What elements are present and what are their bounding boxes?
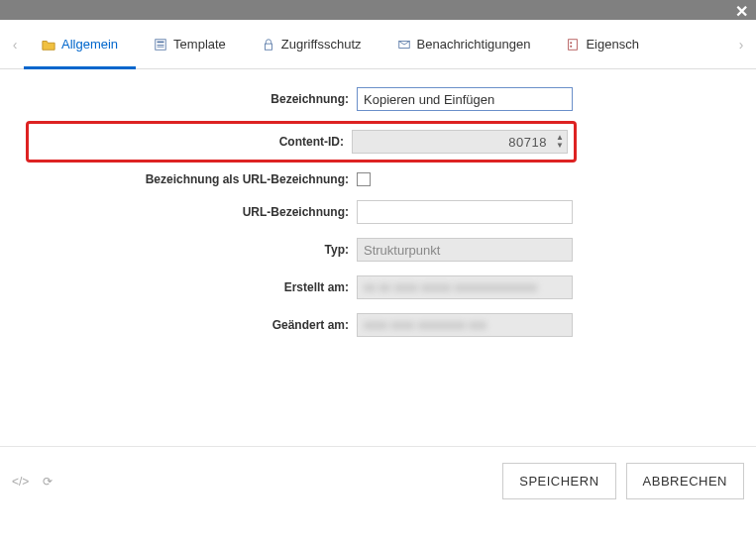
value-geaendert: xxxx xxxx xxxxxxxx xxx: [357, 313, 573, 337]
tab-label: Allgemein: [61, 37, 118, 52]
footer-tools: </> ⟳: [12, 475, 53, 489]
tab-template[interactable]: Template: [136, 20, 244, 69]
row-typ: Typ: Strukturpunkt: [30, 238, 726, 262]
title-bar: ✕: [0, 0, 756, 20]
highlighted-content-id-row: Content-ID: 80718 ▲ ▼: [26, 121, 577, 163]
svg-rect-6: [569, 39, 578, 50]
svg-rect-8: [571, 45, 573, 47]
row-url-bezeichnung: URL-Bezeichnung:: [30, 200, 726, 224]
content-id-value: 80718: [353, 135, 553, 150]
tab-label: Eigensch: [586, 37, 638, 52]
properties-icon: [566, 38, 580, 52]
spin-down-icon[interactable]: ▼: [553, 142, 567, 150]
tab-label: Benachrichtigungen: [417, 37, 531, 52]
row-geaendert: Geändert am: xxxx xxxx xxxxxxxx xxx: [30, 313, 726, 337]
tab-strip: ‹ Allgemein Template Zugriffsschutz Bena…: [0, 20, 756, 69]
svg-rect-2: [158, 45, 164, 46]
close-icon[interactable]: ✕: [735, 2, 748, 21]
cancel-button[interactable]: ABBRECHEN: [626, 463, 744, 499]
save-button[interactable]: SPEICHERN: [502, 463, 615, 499]
label-url-bezeichnung: URL-Bezeichnung:: [30, 205, 357, 219]
dialog-footer: </> ⟳ SPEICHERN ABBRECHEN: [0, 446, 756, 515]
code-view-icon[interactable]: </>: [12, 475, 29, 489]
tabs-scroll-left[interactable]: ‹: [6, 37, 24, 53]
label-url-flag: Bezeichnung als URL-Bezeichnung:: [30, 172, 357, 186]
tab-zugriffsschutz[interactable]: Zugriffsschutz: [244, 20, 379, 69]
value-typ: Strukturpunkt: [357, 238, 573, 262]
form-panel: Bezeichnung: Content-ID: 80718 ▲ ▼ Bezei…: [0, 69, 756, 446]
tab-allgemein[interactable]: Allgemein: [24, 20, 136, 69]
label-content-id: Content-ID:: [33, 135, 352, 149]
input-content-id[interactable]: 80718 ▲ ▼: [352, 130, 568, 154]
tab-benachrichtigungen[interactable]: Benachrichtigungen: [379, 20, 549, 69]
reload-icon[interactable]: ⟳: [43, 475, 53, 489]
tabs-scroll-right[interactable]: ›: [732, 37, 750, 53]
row-content-id: Content-ID: 80718 ▲ ▼: [33, 130, 570, 154]
mail-icon: [397, 38, 411, 52]
tabs-container: Allgemein Template Zugriffsschutz Benach…: [24, 20, 732, 69]
value-erstellt: xx xx xxxx xxxxx xxxxxxxxxxxxxx: [357, 275, 573, 299]
tab-label: Zugriffsschutz: [281, 37, 362, 52]
label-typ: Typ:: [30, 243, 357, 257]
folder-icon: [42, 38, 55, 52]
template-icon: [154, 38, 167, 52]
label-erstellt: Erstellt am:: [30, 280, 357, 294]
label-geaendert: Geändert am:: [30, 318, 357, 332]
svg-rect-7: [571, 42, 573, 44]
spinner-buttons: ▲ ▼: [553, 134, 567, 150]
svg-rect-1: [158, 41, 164, 43]
tab-eigenschaften[interactable]: Eigensch: [548, 20, 656, 69]
footer-buttons: SPEICHERN ABBRECHEN: [502, 463, 744, 499]
checkbox-url-flag[interactable]: [357, 172, 371, 186]
row-bezeichnung: Bezeichnung:: [30, 87, 726, 111]
lock-icon: [262, 38, 275, 52]
svg-rect-3: [158, 46, 164, 47]
svg-rect-4: [265, 44, 271, 50]
tab-label: Template: [173, 37, 226, 52]
row-url-flag: Bezeichnung als URL-Bezeichnung:: [30, 172, 726, 186]
input-url-bezeichnung[interactable]: [357, 200, 573, 224]
row-erstellt: Erstellt am: xx xx xxxx xxxxx xxxxxxxxxx…: [30, 275, 726, 299]
input-bezeichnung[interactable]: [357, 87, 573, 111]
label-bezeichnung: Bezeichnung:: [30, 92, 357, 106]
